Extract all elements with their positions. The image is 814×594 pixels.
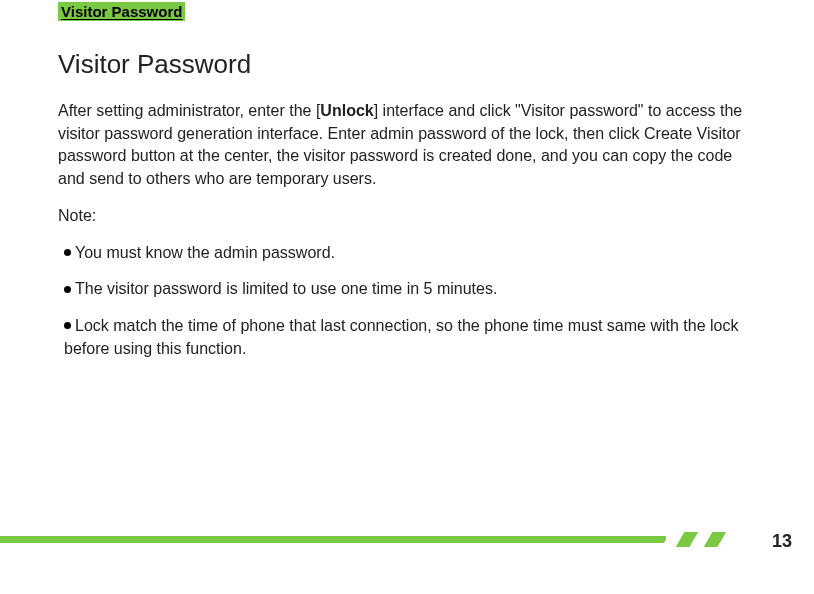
section-title: Visitor Password [58, 49, 756, 80]
list-item: Lock match the time of phone that last c… [58, 315, 756, 360]
bullet-text: Lock match the time of phone that last c… [64, 317, 738, 357]
intro-paragraph: After setting administrator, enter the [… [58, 100, 756, 191]
header-tag: Visitor Password [58, 2, 185, 21]
bullet-text: The visitor password is limited to use o… [75, 280, 497, 297]
bullet-icon [64, 286, 71, 293]
note-label: Note: [58, 205, 756, 228]
bullet-list: You must know the admin password. The vi… [58, 242, 756, 361]
footer-stripe [0, 533, 814, 545]
document-page: Visitor Password Visitor Password After … [0, 0, 814, 360]
bullet-text: You must know the admin password. [75, 244, 335, 261]
intro-pre: After setting administrator, enter the [ [58, 102, 320, 119]
bullet-icon [64, 249, 71, 256]
page-number: 13 [772, 531, 792, 552]
list-item: The visitor password is limited to use o… [58, 278, 756, 301]
bullet-icon [64, 322, 71, 329]
intro-bold: Unlock [320, 102, 373, 119]
list-item: You must know the admin password. [58, 242, 756, 265]
footer-slashes [666, 532, 756, 547]
footer-green-bar [0, 536, 666, 543]
